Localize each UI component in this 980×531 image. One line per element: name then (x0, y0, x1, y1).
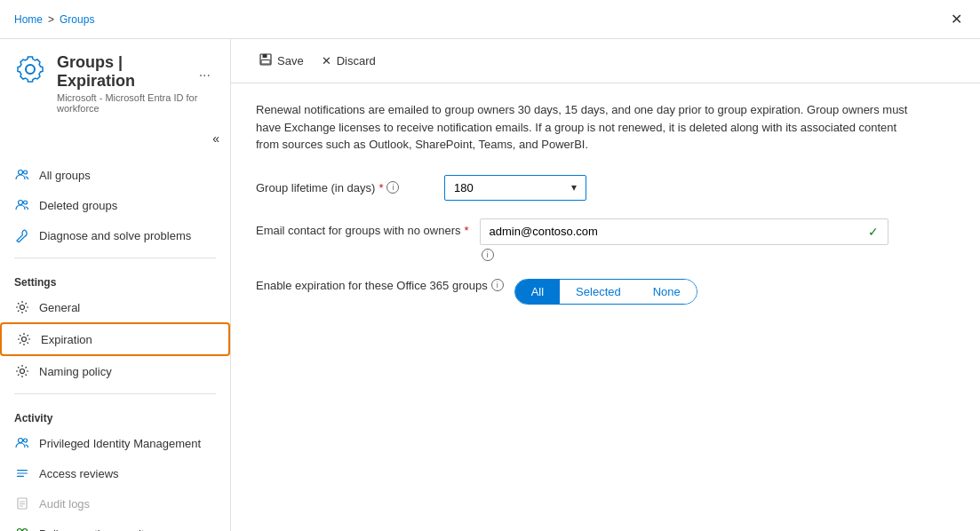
svg-point-5 (22, 337, 27, 342)
svg-point-6 (20, 369, 25, 374)
discard-icon: ✕ (322, 54, 331, 67)
save-icon (259, 53, 272, 68)
sidebar-item-expiration-label: Expiration (41, 333, 92, 346)
toggle-none-button[interactable]: None (637, 280, 697, 304)
sidebar-item-pim[interactable]: Privileged Identity Management (0, 428, 230, 458)
sidebar-item-diagnose[interactable]: Diagnose and solve problems (0, 220, 230, 250)
toggle-selected-button[interactable]: Selected (560, 280, 637, 304)
sidebar-item-general[interactable]: General (0, 292, 230, 322)
gear-expiration-icon (16, 331, 32, 347)
sidebar-subtitle: Microsoft - Microsoft Entra ID for workf… (57, 92, 216, 114)
main-layout: Groups | Expiration ... Microsoft - Micr… (0, 39, 980, 531)
email-contact-label: Email contact for groups with no owners … (256, 218, 469, 237)
discard-label: Discard (337, 54, 376, 67)
sidebar-main-icon (14, 53, 46, 85)
sidebar-item-diagnose-label: Diagnose and solve problems (39, 229, 191, 242)
email-check-icon: ✓ (868, 225, 879, 239)
svg-point-2 (19, 201, 23, 205)
svg-point-8 (24, 439, 28, 442)
svg-point-4 (20, 305, 25, 310)
email-contact-row: Email contact for groups with no owners … (256, 218, 955, 261)
bulk-ops-icon (14, 526, 30, 531)
sidebar-item-naming-policy[interactable]: Naming policy (0, 356, 230, 386)
gear-icon (14, 299, 30, 315)
group-lifetime-dropdown[interactable]: 180 365 730 Custom ▾ (444, 175, 586, 201)
content-toolbar: Save ✕ Discard (231, 39, 980, 83)
svg-point-0 (19, 170, 23, 175)
sidebar-title: Groups | Expiration ... (57, 53, 216, 91)
sidebar-item-bulk-ops[interactable]: Bulk operation results (0, 519, 230, 531)
email-contact-label-text: Email contact for groups with no owners (256, 224, 461, 237)
wrench-icon (14, 227, 30, 243)
doc-icon (14, 495, 30, 511)
email-contact-input-wrapper: ✓ (480, 218, 888, 245)
svg-point-7 (19, 439, 23, 443)
settings-section-label: Settings (0, 266, 230, 292)
group-lifetime-label: Group lifetime (in days) * i (256, 181, 434, 194)
sidebar-item-audit-logs-label: Audit logs (39, 497, 90, 511)
content-area: Save ✕ Discard Renewal notifications are… (231, 39, 980, 531)
save-label: Save (277, 54, 304, 67)
people-icon (14, 167, 30, 183)
list-icon (14, 465, 30, 481)
svg-rect-10 (17, 472, 28, 473)
email-required: * (465, 224, 469, 237)
expiration-toggle-group: All Selected None (514, 279, 697, 305)
sidebar-title-text: Groups | Expiration (57, 53, 187, 91)
group-lifetime-required: * (378, 181, 383, 194)
svg-rect-9 (17, 470, 28, 471)
email-info-icon[interactable]: i (482, 249, 494, 261)
settings-divider (14, 258, 216, 258)
sidebar-item-deleted-groups[interactable]: Deleted groups (0, 190, 230, 220)
sidebar-item-pim-label: Privileged Identity Management (39, 437, 201, 450)
sidebar-item-naming-policy-label: Naming policy (39, 365, 112, 378)
pim-icon (14, 435, 30, 451)
email-contact-input[interactable] (490, 225, 868, 238)
people-deleted-icon (14, 197, 30, 213)
svg-rect-17 (263, 54, 267, 58)
toggle-all-button[interactable]: All (515, 280, 560, 304)
enable-expiration-info-icon[interactable]: i (491, 279, 504, 291)
svg-point-1 (24, 170, 28, 174)
sidebar-item-deleted-groups-label: Deleted groups (39, 199, 117, 212)
close-button[interactable]: ✕ (947, 7, 966, 31)
sidebar: Groups | Expiration ... Microsoft - Micr… (0, 39, 231, 531)
svg-rect-11 (17, 476, 24, 477)
sidebar-item-all-groups[interactable]: All groups (0, 160, 230, 190)
sidebar-item-bulk-ops-label: Bulk operation results (39, 527, 150, 532)
chevron-down-icon: ▾ (571, 181, 577, 194)
group-lifetime-row: Group lifetime (in days) * i 180 365 730… (256, 175, 955, 201)
sidebar-more-button[interactable]: ... (194, 62, 216, 82)
sidebar-item-expiration[interactable]: Expiration (0, 322, 230, 356)
breadcrumb-separator: > (48, 13, 54, 26)
sidebar-item-all-groups-label: All groups (39, 169, 91, 182)
group-lifetime-select[interactable]: 180 365 730 Custom (454, 181, 564, 194)
breadcrumb-home[interactable]: Home (14, 13, 43, 26)
activity-section-label: Activity (0, 401, 230, 428)
gear-naming-icon (14, 363, 30, 379)
group-lifetime-label-text: Group lifetime (in days) (256, 181, 375, 194)
breadcrumb-groups[interactable]: Groups (60, 13, 94, 26)
sidebar-item-access-reviews[interactable]: Access reviews (0, 458, 230, 488)
enable-expiration-title: Enable expiration for these Office 365 g… (256, 279, 504, 292)
enable-expiration-label: Enable expiration for these Office 365 g… (256, 279, 504, 292)
top-bar: Home > Groups ✕ (0, 0, 980, 39)
sidebar-item-general-label: General (39, 301, 80, 314)
discard-button[interactable]: ✕ Discard (315, 51, 383, 71)
content-body: Renewal notifications are emailed to gro… (231, 83, 980, 322)
sidebar-navigation: All groups Deleted groups (0, 156, 230, 531)
sidebar-title-area: Groups | Expiration ... Microsoft - Micr… (57, 53, 216, 114)
activity-divider (14, 393, 216, 394)
group-lifetime-info-icon[interactable]: i (386, 181, 399, 194)
description-text: Renewal notifications are emailed to gro… (256, 101, 913, 154)
sidebar-item-access-reviews-label: Access reviews (39, 467, 119, 480)
sidebar-collapse-button[interactable]: « (209, 128, 223, 149)
svg-rect-18 (261, 60, 270, 65)
svg-point-3 (24, 201, 28, 204)
enable-expiration-row: Enable expiration for these Office 365 g… (256, 279, 955, 305)
sidebar-header: Groups | Expiration ... Microsoft - Micr… (0, 39, 230, 121)
breadcrumb: Home > Groups (14, 13, 947, 26)
save-button[interactable]: Save (252, 50, 311, 72)
enable-expiration-label-text: Enable expiration for these Office 365 g… (256, 279, 488, 292)
sidebar-item-audit-logs: Audit logs (0, 488, 230, 519)
